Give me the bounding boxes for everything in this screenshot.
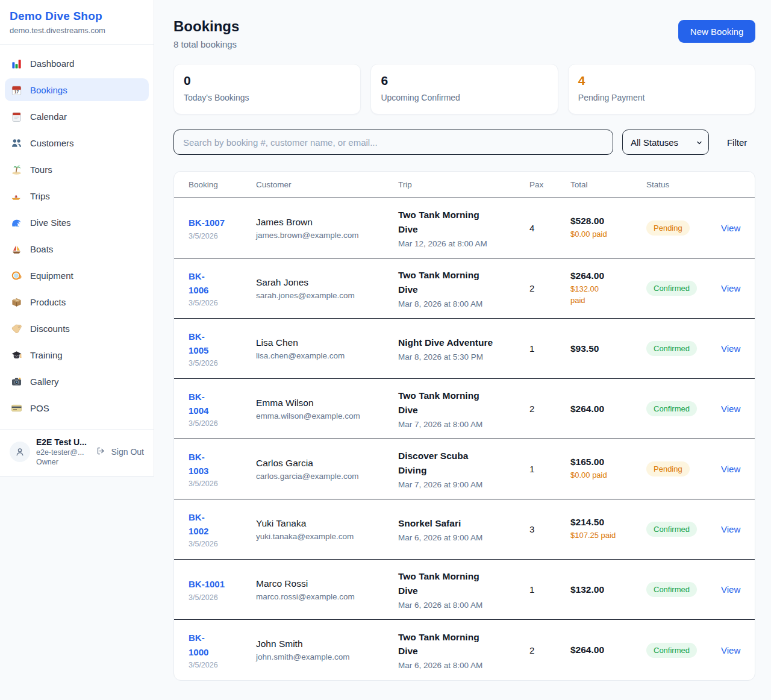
customer-email: carlos.garcia@example.com xyxy=(256,472,398,481)
bookings-calendar-icon: 17 xyxy=(11,84,22,96)
customer-email: john.smith@example.com xyxy=(256,652,398,661)
booking-id-link[interactable]: BK- 1006 xyxy=(189,269,256,298)
sidebar-item-boats[interactable]: Boats xyxy=(5,237,149,260)
trip-time: Mar 6, 2026 at 8:00 AM xyxy=(398,661,529,670)
filter-button[interactable]: Filter xyxy=(727,137,747,148)
table-header-row: BookingCustomerTripPaxTotalStatus xyxy=(174,172,755,198)
view-link[interactable]: View xyxy=(721,404,740,414)
stat-label: Today's Bookings xyxy=(184,93,351,102)
new-booking-button[interactable]: New Booking xyxy=(678,20,755,43)
stat-value: 6 xyxy=(381,73,548,88)
customer-cell: Marco Rossimarco.rossi@example.com xyxy=(256,578,398,601)
customer-cell: John Smithjohn.smith@example.com xyxy=(256,639,398,661)
stat-value: 0 xyxy=(184,73,351,88)
view-link[interactable]: View xyxy=(721,524,740,534)
status-select-wrap: All Statuses xyxy=(622,130,709,155)
sidebar-item-pos[interactable]: POS xyxy=(5,396,149,419)
booking-id-link[interactable]: BK-1007 xyxy=(189,216,256,230)
actions-cell: View xyxy=(721,464,740,474)
total-cell: $214.50$107.25 paid xyxy=(570,517,646,541)
booking-id-link[interactable]: BK- 1003 xyxy=(189,450,256,478)
column-header-booking: Booking xyxy=(189,180,256,189)
booking-id-link[interactable]: BK-1001 xyxy=(189,577,256,591)
view-link[interactable]: View xyxy=(721,223,740,233)
customer-cell: Lisa Chenlisa.chen@example.com xyxy=(256,337,398,360)
sidebar-item-tours[interactable]: Tours xyxy=(5,158,149,181)
column-header-customer: Customer xyxy=(256,180,398,189)
booking-cell: BK-10013/5/2026 xyxy=(189,577,256,601)
stat-value: 4 xyxy=(578,73,745,88)
customer-email: yuki.tanaka@example.com xyxy=(256,532,398,541)
booking-date: 3/5/2026 xyxy=(189,359,256,367)
customers-icon xyxy=(11,137,22,149)
view-link[interactable]: View xyxy=(721,584,740,595)
trip-time: Mar 7, 2026 at 9:00 AM xyxy=(398,480,529,489)
sidebar-item-training[interactable]: Training xyxy=(5,343,149,366)
view-link[interactable]: View xyxy=(721,645,740,655)
sign-out-label: Sign Out xyxy=(111,447,144,457)
booking-id-link[interactable]: BK- 1005 xyxy=(189,330,256,358)
trip-time: Mar 12, 2026 at 8:00 AM xyxy=(398,239,529,248)
sidebar-item-customers[interactable]: Customers xyxy=(5,131,149,154)
sidebar-item-bookings[interactable]: 17Bookings xyxy=(5,78,149,101)
trip-name: Snorkel Safari xyxy=(398,516,529,530)
sidebar-item-products[interactable]: Products xyxy=(5,290,149,313)
actions-cell: View xyxy=(721,223,740,233)
table-row: BK-10073/5/2026James Brownjames.brown@ex… xyxy=(174,198,755,258)
total-amount: $132.00 xyxy=(570,584,646,595)
table-row: BK- 10023/5/2026Yuki Tanakayuki.tanaka@e… xyxy=(174,499,755,560)
total-cell: $264.00$132.00 paid xyxy=(570,270,646,305)
status-cell: Confirmed xyxy=(646,522,721,537)
total-cell: $528.00$0.00 paid xyxy=(570,216,646,240)
total-amount: $93.50 xyxy=(570,343,646,354)
booking-id-link[interactable]: BK- 1002 xyxy=(189,510,256,539)
user-name: E2E Test U... xyxy=(36,437,87,447)
sidebar-item-trips[interactable]: Trips xyxy=(5,184,149,207)
total-cell: $132.00 xyxy=(570,584,646,595)
view-link[interactable]: View xyxy=(721,283,740,293)
booking-cell: BK- 10033/5/2026 xyxy=(189,450,256,489)
stat-card-upcoming-confirmed: 6Upcoming Confirmed xyxy=(370,64,558,114)
customer-name: Sarah Jones xyxy=(256,277,398,288)
svg-text:17: 17 xyxy=(14,90,19,94)
pos-card-icon xyxy=(11,402,22,414)
sidebar-item-gallery[interactable]: Gallery xyxy=(5,370,149,393)
view-link[interactable]: View xyxy=(721,464,740,474)
sidebar-item-discounts[interactable]: Discounts xyxy=(5,317,149,340)
training-cap-icon xyxy=(11,349,22,361)
trip-time: Mar 6, 2026 at 9:00 AM xyxy=(398,533,529,542)
booking-cell: BK- 10063/5/2026 xyxy=(189,269,256,308)
sidebar-item-label: Customers xyxy=(30,138,74,148)
total-cell: $264.00 xyxy=(570,404,646,414)
sidebar-item-dashboard[interactable]: Dashboard xyxy=(5,52,149,75)
sidebar-item-equipment[interactable]: Equipment xyxy=(5,264,149,287)
customer-email: marco.rossi@example.com xyxy=(256,592,398,601)
paid-amount: $107.25 paid xyxy=(570,530,646,541)
calendar-icon xyxy=(11,111,22,122)
view-link[interactable]: View xyxy=(721,343,740,354)
shop-name[interactable]: Demo Dive Shop xyxy=(10,10,144,23)
trip-time: Mar 8, 2026 at 8:00 AM xyxy=(398,299,529,308)
sign-out-button[interactable]: Sign Out xyxy=(96,446,144,458)
stat-card-pending-payment: 4Pending Payment xyxy=(568,64,755,114)
customer-cell: Emma Wilsonemma.wilson@example.com xyxy=(256,398,398,420)
status-badge: Pending xyxy=(646,461,690,477)
booking-id-link[interactable]: BK- 1004 xyxy=(189,390,256,418)
app-window: Demo Dive Shop demo.test.divestreams.com… xyxy=(0,0,771,700)
total-amount: $264.00 xyxy=(570,404,646,414)
search-input[interactable] xyxy=(173,130,613,155)
sidebar-item-dive-sites[interactable]: Dive Sites xyxy=(5,211,149,234)
customer-email: lisa.chen@example.com xyxy=(256,351,398,360)
status-select[interactable]: All Statuses xyxy=(622,130,709,155)
trip-name: Two Tank Morning Dive xyxy=(398,268,529,296)
booking-date: 3/5/2026 xyxy=(189,661,256,669)
sidebar-item-label: Bookings xyxy=(30,85,67,95)
sidebar-item-calendar[interactable]: Calendar xyxy=(5,105,149,128)
pax-value: 2 xyxy=(529,404,570,414)
pax-value: 1 xyxy=(529,464,570,474)
trip-name: Two Tank Morning Dive xyxy=(398,208,529,236)
customer-name: John Smith xyxy=(256,639,398,649)
booking-cell: BK- 10043/5/2026 xyxy=(189,390,256,428)
booking-id-link[interactable]: BK- 1000 xyxy=(189,631,256,659)
customer-cell: Sarah Jonessarah.jones@example.com xyxy=(256,277,398,300)
